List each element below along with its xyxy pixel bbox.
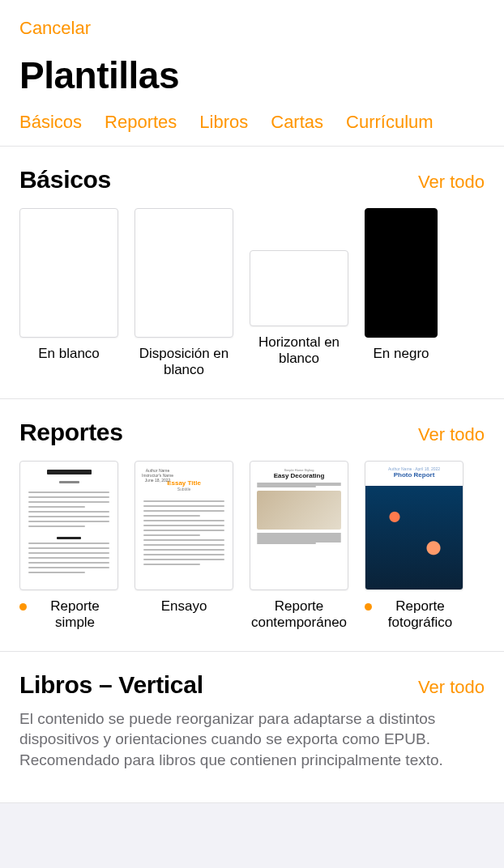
section-title-reportes: Reportes: [19, 419, 123, 446]
template-label: Horizontal en blanco: [250, 334, 348, 368]
template-label: Ensayo: [161, 598, 207, 615]
template-thumb: Author Name · April 18, 2022 Photo Repor…: [365, 461, 463, 590]
new-dot-icon: [365, 603, 372, 611]
template-label: Reporte fotográfico: [377, 598, 463, 632]
section-libros-vertical: Libros – Vertical Ver todo El contenido …: [0, 652, 504, 804]
template-reporte-simple[interactable]: Reporte simple: [19, 461, 118, 632]
template-en-negro[interactable]: En negro: [365, 208, 438, 379]
mock-doc-subtitle: Subtitle: [135, 487, 233, 491]
template-thumb: [250, 250, 348, 326]
template-thumb: [19, 208, 118, 338]
template-row-basicos[interactable]: En blanco Disposición en blanco Horizont…: [19, 208, 504, 379]
template-row-reportes[interactable]: Reporte simple Author Name Instructor's …: [19, 461, 504, 632]
page-title: Plantillas: [19, 53, 485, 97]
template-label: En blanco: [38, 346, 100, 362]
section-description-libros: El contenido se puede reorganizar para a…: [19, 708, 504, 771]
mock-doc-title: Easy Decorating: [257, 472, 341, 479]
template-thumb: [19, 461, 118, 590]
header: Cancelar Plantillas Básicos Reportes Lib…: [0, 0, 504, 147]
see-all-libros[interactable]: Ver todo: [418, 677, 485, 698]
template-reporte-fotografico[interactable]: Author Name · April 18, 2022 Photo Repor…: [365, 461, 463, 632]
mock-doc-header: Author Name Instructor's Name June 18, 2…: [142, 468, 173, 483]
mock-doc-title: [47, 470, 92, 474]
tab-reportes[interactable]: Reportes: [105, 112, 177, 133]
template-label: En negro: [374, 346, 429, 362]
mock-doc-title: Photo Report: [372, 471, 456, 479]
tab-cartas[interactable]: Cartas: [271, 112, 323, 133]
cancel-button[interactable]: Cancelar: [19, 18, 91, 39]
template-label: Disposición en blanco: [135, 346, 233, 379]
mock-doc-image: [257, 491, 341, 530]
section-title-basicos: Básicos: [19, 166, 111, 194]
new-dot-icon: [19, 603, 27, 611]
template-thumb: Simple Home Styling Easy Decorating: [250, 461, 348, 590]
tab-basicos[interactable]: Básicos: [19, 112, 82, 133]
mock-doc-image: [365, 486, 463, 589]
template-thumb: [135, 208, 233, 338]
tab-libros[interactable]: Libros: [199, 112, 248, 133]
template-disposicion-en-blanco[interactable]: Disposición en blanco: [135, 208, 233, 379]
template-en-blanco[interactable]: En blanco: [19, 208, 118, 379]
template-thumb: [365, 208, 438, 338]
tab-curriculum[interactable]: Currículum: [346, 112, 434, 133]
see-all-reportes[interactable]: Ver todo: [418, 424, 485, 445]
template-reporte-contemporaneo[interactable]: Simple Home Styling Easy Decorating Repo…: [250, 461, 348, 632]
category-tabs: Básicos Reportes Libros Cartas Currículu…: [19, 112, 485, 138]
section-basicos: Básicos Ver todo En blanco Disposición e…: [0, 147, 504, 399]
section-title-libros: Libros – Vertical: [19, 671, 203, 699]
template-label: Reporte contemporáneo: [250, 598, 348, 632]
template-thumb: Author Name Instructor's Name June 18, 2…: [135, 461, 233, 590]
see-all-basicos[interactable]: Ver todo: [418, 172, 485, 193]
template-horizontal-en-blanco[interactable]: Horizontal en blanco: [250, 208, 348, 379]
template-ensayo[interactable]: Author Name Instructor's Name June 18, 2…: [135, 461, 233, 632]
template-label: Reporte simple: [32, 598, 118, 632]
section-reportes: Reportes Ver todo: [0, 399, 504, 652]
